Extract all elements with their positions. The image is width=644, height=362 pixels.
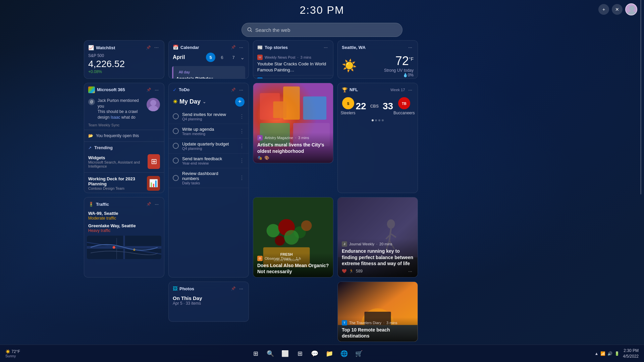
watchlist-title: Watchlist [96,45,115,50]
buccaneers-name: Buccaneers [393,111,415,115]
m365-more-button[interactable]: ··· [153,86,160,93]
trending-text: Trending [94,145,113,150]
watchlist-more-button[interactable]: ··· [153,44,160,51]
cal-more-button[interactable]: ··· [238,44,245,51]
journal-reactions: ❤️🏃 589 ··· [342,268,414,275]
network-icon: ▲ [594,351,598,356]
team-buccaneers: TB Buccaneers [393,97,415,115]
cal-date-6: 6 [217,53,227,62]
taskbar-weather-temp: ☀️ 72°F [5,349,20,354]
myday-title: ☀ My Day ⌄ [173,98,206,105]
dot-4 [382,119,384,121]
traffic-header: 🚦 Traffic 📌 ··· [84,197,164,209]
todo-item-more-4[interactable]: ⋮ [239,175,245,181]
todo-item-more-1[interactable]: ⋮ [239,128,245,134]
cal-pin-icon: 📌 [231,45,236,50]
nfl-title: NFL [350,87,358,92]
weather-desc: Strong UV today [384,68,414,73]
taskbar-weather: ☀️ 72°F Sunny [5,349,20,358]
traffic-more-button[interactable]: ··· [153,201,160,207]
todo-info-2: Update quarterly budget Q4 planning [182,141,236,150]
top-stories-more-button[interactable]: ··· [322,44,329,51]
todo-item-more-2[interactable]: ⋮ [239,143,245,149]
search-bar[interactable] [241,23,402,37]
todo-task-4: Review dashboard numbers [182,171,236,181]
trending-row: ↗ Trending [84,143,164,152]
todo-item-more-3[interactable]: ⋮ [239,158,245,164]
photos-more-button[interactable]: ··· [238,285,245,292]
artist-overlay: A Artistry Magazine · 3 mins Artist's mu… [253,132,333,163]
artist-title: Artist's mural livens the City's oldest … [257,142,329,154]
todo-checkbox-1[interactable] [173,128,179,134]
score-row: S Steelers 22 CBS 33 TB [338,95,418,117]
add-task-button[interactable]: + [235,97,245,107]
traffic-title: Traffic [96,202,109,207]
svg-point-5 [150,100,156,106]
taskbar-store-button[interactable]: 🛒 [353,348,365,360]
news-item-0: W Weekly News Post · 3 mins Youtube Star… [253,53,333,75]
add-button[interactable]: + [598,4,609,15]
taskbar-chat-button[interactable]: 💬 [309,348,321,360]
taskbar-time-value: 2:30 PM [623,348,639,354]
taskbar-widgets-button[interactable]: ⊞ [294,348,306,360]
svg-line-3 [251,31,252,32]
stock-value: 4,226.52 [84,59,164,69]
calendar-month: April [173,54,185,60]
taskbar-right: ▲ 📶 🔊 🔋 2:30 PM 4/5/2022 [594,348,639,359]
minimize-button[interactable]: ✕ [612,4,623,15]
artist-reactions: 🎭🎨 [257,156,329,160]
cal-expand-icon[interactable]: ⌄ [240,54,245,61]
svg-line-10 [87,242,161,254]
svg-point-2 [248,28,251,31]
news-source-1: X XYZ News · 3 mins [257,77,329,78]
todo-task-2: Update quarterly budget [182,141,236,146]
todo-checkbox-2[interactable] [173,143,179,149]
calendar-title: Calendar [180,45,199,50]
mention-message: This should be a crawl design Isaac what… [98,109,144,120]
m365-card: Microsoft 365 📌 ··· @ Jack Purton mentio… [84,83,164,193]
todo-task-3: Send team feedback [182,156,236,161]
myday-sun-icon: ☀ [173,99,177,105]
journal-title: Endurance running key to finding perfect… [342,248,414,266]
svg-rect-19 [273,101,287,118]
travel-title: Top 10 Remote beach destinations [342,327,414,339]
system-icons: ▲ 📶 🔊 🔋 [594,351,620,356]
weather-main: ☀️ 72°F Strong UV today 💧0% [338,53,418,79]
news-title-0: Youtube Star Cracks Code In World Famous… [257,61,329,73]
weather-location: Seattle, WA [342,45,366,50]
todo-checkbox-3[interactable] [173,158,179,164]
score-display: 22 CBS 33 [356,101,393,112]
dot-2 [375,119,377,121]
divider [84,130,164,130]
taskbar-start-button[interactable]: ⊞ [250,348,262,360]
traffic-map [87,236,161,259]
m365-title: Microsoft 365 [97,87,125,92]
watchlist-header: 📈 Watchlist 📌 ··· [84,41,164,53]
taskbar-taskview-button[interactable]: ⬜ [279,348,291,360]
team-steelers: S Steelers [340,97,355,115]
todo-card: ✓ ToDo 📌 ··· ☀ My Day ⌄ + Send invites f… [168,83,249,278]
taskbar-search-button[interactable]: 🔍 [264,348,276,360]
todo-checkbox-0[interactable] [173,113,179,119]
journal-more-button[interactable]: ··· [407,268,414,275]
calendar-event-allday: All day Angela's Birthday [172,66,245,79]
search-input[interactable] [255,27,397,33]
nfl-more-button[interactable]: ··· [407,86,414,93]
divider2 [84,141,164,142]
journal-likes: 589 [356,269,363,274]
weather-more-button[interactable]: ··· [407,44,414,51]
news-badge-0: W [257,55,263,60]
buccaneers-logo: TB [398,97,410,109]
todo-item-more-0[interactable]: ⋮ [239,113,245,120]
top-right-controls: + ✕ [598,3,637,15]
todo-checkbox-4[interactable] [173,175,179,181]
taskbar-edge-button[interactable]: 🌐 [338,348,350,360]
avatar[interactable] [625,3,637,15]
todo-more-button[interactable]: ··· [238,86,245,93]
weather-temp: 72°F [384,54,414,68]
produce-title: Does Local Also Mean Organic? Not necess… [257,262,329,275]
todo-info-0: Send invites for review Q4 planning [182,112,236,121]
travel-source: T The Travelers Diary · 3 mins [342,320,414,325]
taskbar-explorer-button[interactable]: 📁 [323,348,335,360]
todo-pin-icon: 📌 [231,87,236,92]
